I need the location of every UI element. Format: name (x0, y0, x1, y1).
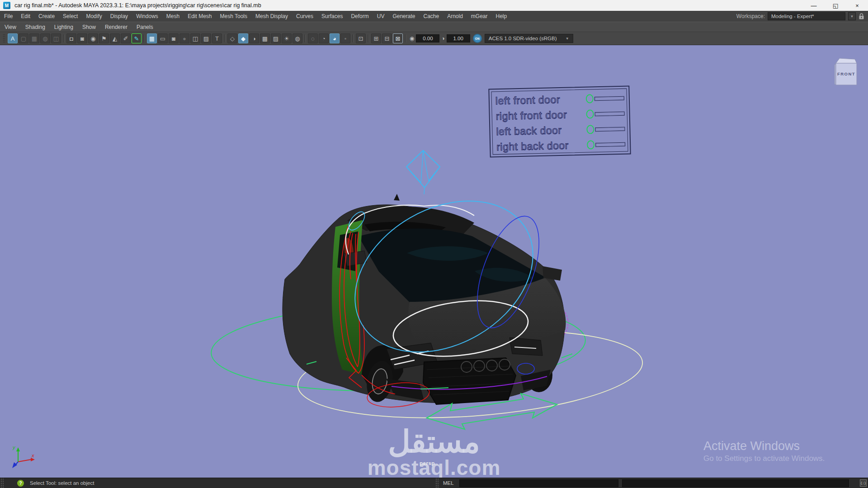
camera-name-label: persp (420, 460, 435, 466)
panel-menu-lighting[interactable]: Lighting (50, 24, 78, 30)
menu-select[interactable]: Select (59, 11, 82, 22)
door-slider-track[interactable] (595, 142, 625, 146)
copy-view-icon[interactable]: ⊞ (371, 33, 381, 43)
viewport-3d-scene[interactable]: x y (0, 45, 868, 478)
axis-y-label: y (12, 445, 16, 450)
menu-generate[interactable]: Generate (388, 11, 419, 22)
mask-render-icon[interactable]: ◫ (51, 33, 61, 43)
exposure-icon[interactable]: ◉ (410, 35, 414, 42)
shadows-icon[interactable]: ◍ (292, 33, 302, 43)
field-chart-icon[interactable]: ◫ (190, 33, 200, 43)
safe-title-icon[interactable]: T (212, 33, 222, 43)
camera-attributes-icon[interactable]: ◉ (88, 33, 98, 43)
window-controls: — ◱ × (803, 0, 868, 11)
menu-mgear[interactable]: mGear (467, 11, 492, 22)
safe-action-icon[interactable]: ▨ (201, 33, 211, 43)
gate-mask-icon[interactable]: ● (179, 33, 189, 43)
panel-menu-shading[interactable]: Shading (21, 24, 50, 30)
diamond-control[interactable] (406, 150, 440, 194)
isolate-select-icon[interactable]: ⊡ (356, 33, 366, 43)
menu-mesh-tools[interactable]: Mesh Tools (216, 11, 251, 22)
motion-blur-icon[interactable]: ◔ (319, 33, 329, 43)
menu-cache[interactable]: Cache (419, 11, 443, 22)
camera-lock-icon[interactable]: ◙ (77, 33, 87, 43)
workspace-dropdown-arrow-icon[interactable]: ▼ (848, 12, 856, 20)
xray-icon[interactable]: ⊠ (393, 33, 403, 43)
use-all-lights-icon[interactable]: ☀ (282, 33, 292, 43)
workspace-select[interactable]: Modeling - Expert* (768, 12, 845, 20)
door-slider-track[interactable] (595, 127, 625, 131)
view-cube[interactable]: FRONT (834, 57, 859, 88)
script-editor-icon[interactable]: {;} (860, 479, 867, 487)
menu-deform[interactable]: Deform (347, 11, 373, 22)
bookmark-icon[interactable]: ⚑ (99, 33, 109, 43)
menu-curves[interactable]: Curves (292, 11, 317, 22)
close-button[interactable]: × (846, 0, 868, 11)
menu-display[interactable]: Display (106, 11, 132, 22)
menu-surfaces[interactable]: Surfaces (317, 11, 347, 22)
menu-mesh[interactable]: Mesh (162, 11, 184, 22)
door-slider-handle[interactable] (586, 109, 594, 118)
color-space-dropdown[interactable]: ACES 1.0 SDR-video (sRGB) ▼ (485, 34, 573, 43)
multisample-icon[interactable]: ◕ (330, 33, 340, 43)
mask-object-icon[interactable]: ▦ (29, 33, 39, 43)
menu-uv[interactable]: UV (373, 11, 389, 22)
toolbar-grip-handle[interactable] (3, 34, 6, 43)
commandline-grip-handle[interactable] (435, 478, 439, 488)
menu-create[interactable]: Create (34, 11, 59, 22)
command-language-label[interactable]: MEL (439, 480, 459, 486)
snap-select-icon[interactable]: ✐ (121, 33, 131, 43)
checker-icon[interactable]: ▨ (271, 33, 281, 43)
door-slider-track[interactable] (595, 111, 625, 116)
menu-edit[interactable]: Edit (17, 11, 34, 22)
menu-items: File Edit Create Select Modify Display W… (0, 11, 511, 22)
view-cube-front-face[interactable]: FRONT (836, 71, 857, 76)
perspective-viewport[interactable]: x y left front door right front door (0, 45, 868, 478)
menu-windows[interactable]: Windows (132, 11, 162, 22)
statusbar-grip-handle[interactable] (0, 478, 4, 488)
mask-hierarchy-icon[interactable]: ▢ (19, 33, 28, 43)
menu-file[interactable]: File (0, 11, 17, 22)
textured-mode-icon[interactable]: ▩ (260, 33, 270, 43)
menu-edit-mesh[interactable]: Edit Mesh (184, 11, 216, 22)
panel-menu-view[interactable]: View (0, 24, 21, 30)
door-slider-handle[interactable] (586, 94, 594, 103)
door-slider-handle[interactable] (586, 125, 594, 134)
panel-menu-renderer[interactable]: Renderer (100, 24, 132, 30)
grid-icon[interactable]: ▦ (147, 33, 157, 43)
color-management-on-toggle[interactable]: ON (473, 34, 482, 43)
menu-modify[interactable]: Modify (82, 11, 106, 22)
door-control-panel-inner: left front door right front door left ba… (491, 89, 628, 155)
workspace-lock-icon[interactable] (859, 13, 864, 20)
door-slider-right-back[interactable]: right back door (493, 136, 628, 155)
menu-mesh-display[interactable]: Mesh Display (251, 11, 292, 22)
gamma-icon[interactable]: ◑ (441, 35, 444, 42)
occlusion-icon[interactable]: ◌ (308, 33, 318, 43)
command-result-field[interactable] (622, 479, 849, 487)
mask-component-icon[interactable]: ◍ (40, 33, 50, 43)
pencil-context-icon[interactable]: ✎ (132, 33, 142, 43)
wireframe-icon[interactable]: ◇ (227, 33, 237, 43)
exposure-field[interactable]: 0.00 (416, 34, 439, 42)
minimize-button[interactable]: — (803, 0, 825, 11)
restore-button[interactable]: ◱ (825, 0, 846, 11)
mask-all-icon[interactable]: A (8, 33, 18, 43)
panel-menu-show[interactable]: Show (78, 24, 100, 30)
image-plane-icon[interactable]: ◭ (110, 33, 120, 43)
shaded-wireframe-icon[interactable]: ◑ (249, 33, 259, 43)
depth-peeling-icon[interactable]: ▪ (340, 33, 350, 43)
mel-command-input[interactable] (459, 479, 618, 487)
shaded-mode-icon[interactable]: ◆ (238, 33, 248, 43)
panel-menu-panels[interactable]: Panels (132, 24, 158, 30)
toolbar-separator (144, 34, 145, 42)
paste-view-icon[interactable]: ⊟ (382, 33, 392, 43)
door-slider-track[interactable] (594, 96, 624, 100)
menu-arnold[interactable]: Arnold (443, 11, 467, 22)
watermark-latin: mostaql.com (353, 455, 515, 478)
menu-help[interactable]: Help (492, 11, 511, 22)
resolution-gate-icon[interactable]: ◙ (169, 33, 179, 43)
camera-icon[interactable]: ◘ (66, 33, 76, 43)
door-slider-handle[interactable] (587, 140, 594, 149)
gamma-field[interactable]: 1.00 (447, 34, 470, 42)
film-gate-icon[interactable]: ▭ (158, 33, 168, 43)
